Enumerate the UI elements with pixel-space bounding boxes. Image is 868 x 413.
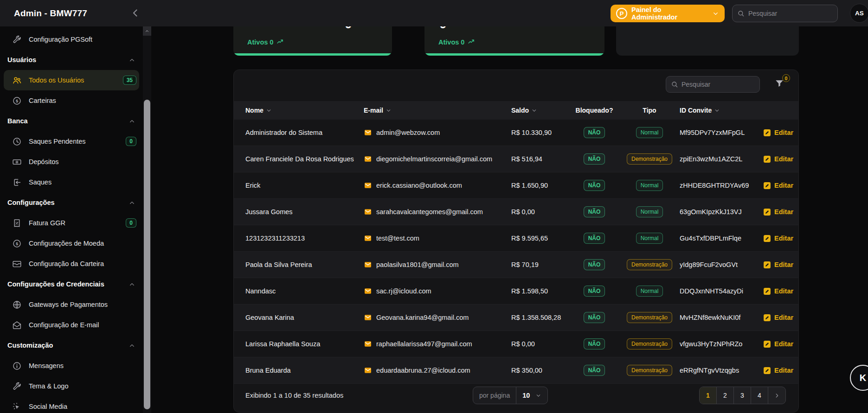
blocked-badge: NÃO: [584, 286, 605, 297]
edit-button[interactable]: Editar: [763, 261, 798, 269]
triangle-up-icon: [145, 29, 149, 33]
sidebar-section-usuarios[interactable]: Usuários: [0, 50, 143, 70]
scrollbar-up-arrow[interactable]: [143, 26, 151, 36]
table-search-box: [666, 76, 760, 93]
table-row: Administrador do Sistema admin@webzow.co…: [234, 120, 798, 146]
blocked-badge: NÃO: [584, 233, 605, 244]
invite-id: zpiEn3wzMu1AZC2L: [680, 155, 763, 163]
page-button-2[interactable]: 2: [717, 387, 734, 404]
edit-icon: [763, 261, 771, 269]
edit-icon: [763, 235, 771, 242]
sidebar-item-configuracao-da-carteira[interactable]: Configuração da Carteira: [0, 254, 143, 274]
table-row: 1231232311233213 test@test.com R$ 9.595,…: [234, 225, 798, 252]
receipt-percent-icon: [12, 218, 22, 228]
search-icon: [671, 81, 678, 88]
trend-up-icon: [276, 38, 284, 46]
stat-card-active-row: Ativos 0: [438, 38, 476, 46]
top-bar: Admin - BMW777 P Painel do Administrador…: [0, 0, 868, 26]
user-name: Administrador do Sistema: [245, 129, 364, 136]
sort-chevron-icon: [714, 108, 720, 114]
global-search-input[interactable]: [748, 10, 833, 17]
next-page-button[interactable]: [768, 387, 785, 404]
sidebar-section-configuracoes-de-credenciais[interactable]: Configurações de Credenciais: [0, 274, 143, 294]
edit-button[interactable]: Editar: [763, 155, 798, 163]
sidebar-item-saques[interactable]: Saques: [0, 172, 143, 192]
user-avatar[interactable]: AS: [850, 4, 868, 23]
sign-out-icon: [12, 178, 22, 187]
user-balance: R$ 1.650,90: [511, 182, 569, 189]
chevron-up-icon: [129, 118, 135, 125]
sidebar-item-configuracoes-de-moeda[interactable]: Configurações de Moeda: [0, 233, 143, 254]
sidebar-item-todos-os-usuarios[interactable]: Todos os Usuários 35: [4, 70, 139, 90]
table-row: Larissa Raphaella Souza raphaellalarissa…: [234, 331, 798, 357]
edit-button[interactable]: Editar: [763, 182, 798, 190]
column-header-saldo[interactable]: Saldo: [511, 107, 569, 114]
type-badge: Normal: [636, 206, 663, 217]
column-header-bloqueado: Bloqueado?: [569, 107, 619, 114]
chevron-up-icon: [129, 199, 135, 206]
user-email: admin@webzow.com: [376, 129, 440, 136]
pagination: 1 2 3 4: [699, 387, 786, 404]
floating-action-button[interactable]: K: [850, 365, 868, 391]
blocked-badge: NÃO: [584, 365, 605, 376]
user-balance: R$ 516,94: [511, 155, 569, 163]
user-name: Nanndasc: [245, 287, 364, 295]
chevron-right-icon: [774, 393, 780, 399]
column-header-nome[interactable]: Nome: [245, 107, 364, 114]
page-button-1[interactable]: 1: [700, 387, 717, 404]
edit-button[interactable]: Editar: [763, 367, 798, 375]
edit-icon: [763, 129, 771, 137]
mail-icon: [364, 235, 372, 242]
sidebar-item-depositos[interactable]: Depósitos: [0, 152, 143, 172]
edit-icon: [763, 367, 771, 375]
sidebar-section-configuracoes[interactable]: Configurações: [0, 192, 143, 213]
sidebar-collapse-button[interactable]: [130, 7, 142, 19]
blocked-badge: NÃO: [584, 338, 605, 349]
users-icon: [12, 76, 22, 85]
blocked-badge: NÃO: [584, 206, 605, 217]
sidebar-item-mensagens[interactable]: Mensagens: [0, 356, 143, 376]
chevron-left-icon: [130, 7, 141, 19]
table-header-row: Nome E-mail Saldo Bloqueado? Tipo ID Con…: [234, 101, 798, 120]
sidebar-item-fatura-ggr[interactable]: Fatura GGR 0: [0, 213, 143, 233]
column-header-tipo: Tipo: [619, 107, 680, 114]
sidebar-scrollbar: [143, 26, 151, 413]
edit-button[interactable]: Editar: [763, 340, 798, 348]
page-button-4[interactable]: 4: [751, 387, 768, 404]
chevron-down-icon: [535, 393, 541, 399]
user-balance: R$ 1.598,50: [511, 287, 569, 295]
blocked-badge: NÃO: [584, 180, 605, 191]
sidebar-item-configuracao-pgsoft[interactable]: Configuração PGSoft: [0, 29, 143, 50]
admin-panel-button[interactable]: P Painel do Administrador: [611, 5, 725, 22]
sidebar-section-customizacao[interactable]: Customização: [0, 335, 143, 356]
edit-button[interactable]: Editar: [763, 287, 798, 295]
user-name: Geovana Karina: [245, 314, 364, 321]
sidebar-item-saques-pendentes[interactable]: Saques Pendentes 0: [0, 131, 143, 152]
sidebar-item-configuracao-de-email[interactable]: Configuração de E-mail: [0, 315, 143, 335]
sidebar: Configuração PGSoft Usuários Todos os Us…: [0, 26, 143, 413]
sidebar-item-social-media[interactable]: Social Media: [0, 396, 143, 413]
page-button-3[interactable]: 3: [734, 387, 751, 404]
table-row: Caren Franciele Da Rosa Rodrigues diegom…: [234, 146, 798, 172]
edit-button[interactable]: Editar: [763, 314, 798, 322]
type-badge: Normal: [636, 180, 663, 191]
scrollbar-thumb[interactable]: [144, 100, 150, 409]
edit-button[interactable]: Editar: [763, 129, 798, 137]
edit-button[interactable]: Editar: [763, 208, 798, 216]
stat-card-active-row: Ativos 0: [247, 38, 284, 46]
clock-icon: [12, 137, 22, 146]
per-page-select[interactable]: por página 10: [473, 387, 548, 404]
blocked-badge: NÃO: [584, 153, 605, 165]
filter-button[interactable]: 0: [774, 78, 786, 90]
sidebar-section-banca[interactable]: Banca: [0, 111, 143, 131]
column-header-id-convite[interactable]: ID Convite: [680, 107, 763, 114]
edit-button[interactable]: Editar: [763, 235, 798, 242]
sidebar-item-tema-logo[interactable]: Tema & Logo: [0, 376, 143, 396]
edit-icon: [763, 155, 771, 163]
sidebar-item-carteiras[interactable]: Carteiras: [0, 90, 143, 111]
column-header-email[interactable]: E-mail: [364, 107, 511, 114]
sidebar-item-gateways-de-pagamentos[interactable]: Gateways de Pagamentos: [0, 294, 143, 315]
user-email: erick.cassiano@outlook.com: [376, 182, 462, 189]
table-search-input[interactable]: [682, 81, 755, 88]
per-page-label: por página: [473, 387, 516, 404]
